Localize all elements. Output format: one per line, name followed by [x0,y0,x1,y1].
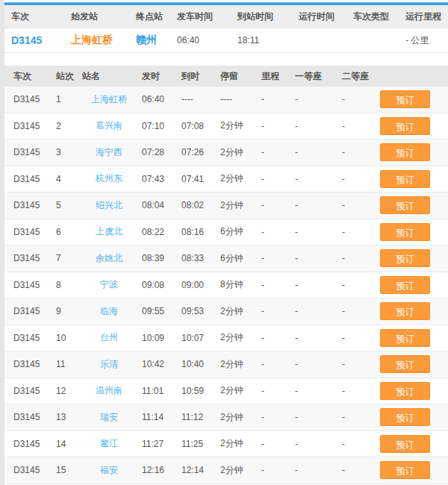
book-button[interactable]: 预订 [380,143,430,161]
stop-station-link[interactable]: 上虞北 [96,226,122,237]
book-button[interactable]: 预订 [380,382,430,400]
stop-first-class-price: - [292,253,339,263]
stop-mileage: - [258,174,292,184]
stop-second-class-price: - [339,253,378,263]
stop-depart-time: 11:27 [139,439,178,449]
stop-depart-time: 09:08 [139,280,178,290]
stop-row: D31455绍兴北08:0408:022分钟---预订 [4,193,448,219]
stop-station-link[interactable]: 台州 [100,332,118,342]
summary-mileage-value: - 公里 [401,34,448,47]
book-button[interactable]: 预订 [380,276,430,294]
stops-header-row: 车次 站次 站名 发时 到时 停留 里程 一等座 二等座 [4,66,448,87]
stop-dwell-time: 2分钟 [217,464,258,477]
book-button[interactable]: 预订 [380,223,430,241]
stop-row: D31451上海虹桥06:40-----------预订 [4,87,448,113]
stop-station-link[interactable]: 临海 [100,306,118,316]
summary-data-row: D3145 上海虹桥 赣州 06:40 18:11 - 公里 [4,28,448,53]
stop-station-cell: 瑞安 [79,411,139,424]
stop-arrive-time: 07:26 [178,147,217,157]
stop-station-link[interactable]: 宁波 [100,279,118,290]
book-button[interactable]: 预订 [380,408,430,426]
stop-first-class-price: - [292,94,339,104]
stop-seq: 8 [52,280,79,290]
book-button[interactable]: 预订 [380,435,430,453]
book-button[interactable]: 预订 [380,196,430,214]
stop-row: D31457余姚北08:3908:336分钟---预订 [4,245,448,272]
summary-arrive-time-value: 18:11 [233,35,294,46]
stop-row: D314511乐清10:4210:402分钟---预订 [4,351,448,378]
stop-seq: 11 [52,359,79,369]
stop-station-link[interactable]: 余姚北 [96,253,122,263]
stops-header-seq: 站次 [52,70,79,83]
stop-mileage: - [258,94,292,104]
book-button[interactable]: 预订 [380,90,430,108]
stop-station-cell: 上虞北 [79,225,139,238]
stop-arrive-time: 08:16 [178,227,217,237]
book-button[interactable]: 预订 [380,249,430,267]
stop-book-cell: 预订 [378,143,448,161]
stop-train-no: D3145 [4,121,52,131]
stop-train-no: D3145 [4,174,52,184]
stop-station-link[interactable]: 绍兴北 [96,200,122,210]
stop-depart-time: 10:42 [139,359,178,369]
stop-dwell-time: 2分钟 [217,331,258,344]
stop-train-no: D3145 [4,439,52,449]
stop-book-cell: 预订 [378,249,448,267]
stop-second-class-price: - [339,306,378,316]
stop-depart-time: 08:39 [139,253,178,263]
book-button[interactable]: 预订 [380,461,430,479]
stop-station-cell: 临海 [79,305,139,318]
stop-dwell-time: 8分钟 [217,278,258,291]
stop-seq: 1 [52,94,79,104]
train-number-link[interactable]: D3145 [11,34,42,46]
book-button[interactable]: 预订 [380,117,430,135]
stop-row: D314510台州10:0910:072分钟---预订 [4,325,448,352]
stop-dwell-time: 6分钟 [217,252,258,265]
summary-header-origin: 始发站 [67,10,131,23]
stop-first-class-price: - [292,306,339,316]
train-schedule-page: 车次 始发站 终点站 发车时间 到站时间 运行时间 车次类型 运行里程 D314… [0,0,448,485]
stop-depart-time: 08:04 [139,200,178,210]
stop-train-no: D3145 [4,465,52,475]
stop-station-link[interactable]: 鳌江 [100,438,118,448]
stop-station-link[interactable]: 海宁西 [96,147,122,157]
book-button[interactable]: 预订 [380,329,430,347]
stop-row: D31458宁波09:0809:008分钟---预订 [4,272,448,299]
stop-station-link[interactable]: 上海虹桥 [91,94,127,104]
stop-first-class-price: - [292,359,339,369]
stop-station-link[interactable]: 温州南 [96,385,122,395]
stop-book-cell: 预订 [378,170,448,188]
stop-book-cell: 预订 [378,461,448,479]
stop-station-cell: 台州 [79,331,139,344]
stop-seq: 14 [52,439,79,449]
stop-train-no: D3145 [4,306,52,316]
stop-first-class-price: - [292,147,339,157]
book-button[interactable]: 预订 [380,302,430,320]
stop-row: D31452嘉兴南07:1007:082分钟---预订 [4,113,448,140]
stop-arrive-time: 09:53 [178,306,217,316]
stop-first-class-price: - [292,439,339,449]
stop-train-no: D3145 [4,359,52,369]
stop-station-cell: 温州南 [79,384,139,397]
stop-book-cell: 预订 [378,302,448,320]
stop-station-cell: 乐清 [79,358,139,371]
stop-station-link[interactable]: 福安 [100,465,118,475]
stop-seq: 2 [52,121,79,131]
stop-depart-time: 08:22 [139,227,178,237]
terminal-station-link[interactable]: 赣州 [136,34,157,46]
stop-row: D314512温州南11:0110:592分钟---预订 [4,378,448,405]
stop-second-class-price: - [339,439,378,449]
book-button[interactable]: 预订 [380,355,430,373]
origin-station-link[interactable]: 上海虹桥 [71,34,113,46]
stop-seq: 15 [52,465,79,475]
stop-second-class-price: - [339,174,378,184]
stop-train-no: D3145 [4,280,52,290]
stop-station-link[interactable]: 杭州东 [96,173,122,184]
stop-dwell-time: 2分钟 [217,411,258,424]
book-button[interactable]: 预订 [380,170,430,188]
stop-depart-time: 07:10 [139,121,178,131]
stop-station-link[interactable]: 瑞安 [100,412,118,422]
stop-station-link[interactable]: 嘉兴南 [96,120,122,131]
stop-book-cell: 预订 [378,223,448,241]
stop-station-link[interactable]: 乐清 [100,359,118,369]
